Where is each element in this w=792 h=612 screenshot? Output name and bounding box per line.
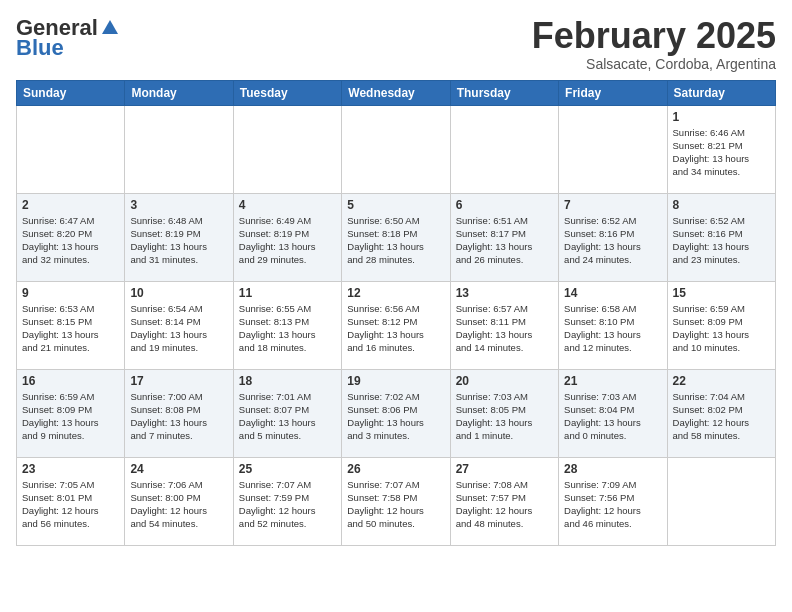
- calendar-cell: [125, 105, 233, 193]
- day-info: Sunrise: 6:47 AM Sunset: 8:20 PM Dayligh…: [22, 214, 119, 267]
- calendar-cell: 22Sunrise: 7:04 AM Sunset: 8:02 PM Dayli…: [667, 369, 775, 457]
- day-info: Sunrise: 6:55 AM Sunset: 8:13 PM Dayligh…: [239, 302, 336, 355]
- calendar-cell: 4Sunrise: 6:49 AM Sunset: 8:19 PM Daylig…: [233, 193, 341, 281]
- calendar-cell: 28Sunrise: 7:09 AM Sunset: 7:56 PM Dayli…: [559, 457, 667, 545]
- calendar-cell: 23Sunrise: 7:05 AM Sunset: 8:01 PM Dayli…: [17, 457, 125, 545]
- calendar-week-row: 16Sunrise: 6:59 AM Sunset: 8:09 PM Dayli…: [17, 369, 776, 457]
- day-number: 13: [456, 286, 553, 300]
- calendar-week-row: 2Sunrise: 6:47 AM Sunset: 8:20 PM Daylig…: [17, 193, 776, 281]
- column-header-saturday: Saturday: [667, 80, 775, 105]
- calendar-cell: 16Sunrise: 6:59 AM Sunset: 8:09 PM Dayli…: [17, 369, 125, 457]
- calendar-cell: 9Sunrise: 6:53 AM Sunset: 8:15 PM Daylig…: [17, 281, 125, 369]
- calendar-cell: 26Sunrise: 7:07 AM Sunset: 7:58 PM Dayli…: [342, 457, 450, 545]
- day-number: 23: [22, 462, 119, 476]
- day-number: 26: [347, 462, 444, 476]
- day-number: 3: [130, 198, 227, 212]
- column-header-tuesday: Tuesday: [233, 80, 341, 105]
- month-title: February 2025: [532, 16, 776, 56]
- day-info: Sunrise: 6:50 AM Sunset: 8:18 PM Dayligh…: [347, 214, 444, 267]
- day-number: 2: [22, 198, 119, 212]
- calendar-header-row: SundayMondayTuesdayWednesdayThursdayFrid…: [17, 80, 776, 105]
- calendar-cell: 12Sunrise: 6:56 AM Sunset: 8:12 PM Dayli…: [342, 281, 450, 369]
- day-number: 10: [130, 286, 227, 300]
- day-number: 17: [130, 374, 227, 388]
- day-info: Sunrise: 6:59 AM Sunset: 8:09 PM Dayligh…: [673, 302, 770, 355]
- calendar-cell: 7Sunrise: 6:52 AM Sunset: 8:16 PM Daylig…: [559, 193, 667, 281]
- day-info: Sunrise: 7:05 AM Sunset: 8:01 PM Dayligh…: [22, 478, 119, 531]
- day-info: Sunrise: 7:02 AM Sunset: 8:06 PM Dayligh…: [347, 390, 444, 443]
- day-info: Sunrise: 7:04 AM Sunset: 8:02 PM Dayligh…: [673, 390, 770, 443]
- calendar-cell: 17Sunrise: 7:00 AM Sunset: 8:08 PM Dayli…: [125, 369, 233, 457]
- calendar-cell: 15Sunrise: 6:59 AM Sunset: 8:09 PM Dayli…: [667, 281, 775, 369]
- day-number: 20: [456, 374, 553, 388]
- column-header-sunday: Sunday: [17, 80, 125, 105]
- page-header: General Blue February 2025 Salsacate, Co…: [16, 16, 776, 72]
- calendar-week-row: 1Sunrise: 6:46 AM Sunset: 8:21 PM Daylig…: [17, 105, 776, 193]
- day-info: Sunrise: 6:53 AM Sunset: 8:15 PM Dayligh…: [22, 302, 119, 355]
- day-number: 14: [564, 286, 661, 300]
- calendar-cell: 5Sunrise: 6:50 AM Sunset: 8:18 PM Daylig…: [342, 193, 450, 281]
- day-number: 24: [130, 462, 227, 476]
- column-header-thursday: Thursday: [450, 80, 558, 105]
- day-info: Sunrise: 6:57 AM Sunset: 8:11 PM Dayligh…: [456, 302, 553, 355]
- day-number: 27: [456, 462, 553, 476]
- calendar-cell: 24Sunrise: 7:06 AM Sunset: 8:00 PM Dayli…: [125, 457, 233, 545]
- calendar-cell: 6Sunrise: 6:51 AM Sunset: 8:17 PM Daylig…: [450, 193, 558, 281]
- day-number: 7: [564, 198, 661, 212]
- logo: General Blue: [16, 16, 120, 60]
- calendar-week-row: 9Sunrise: 6:53 AM Sunset: 8:15 PM Daylig…: [17, 281, 776, 369]
- calendar-cell: 20Sunrise: 7:03 AM Sunset: 8:05 PM Dayli…: [450, 369, 558, 457]
- column-header-wednesday: Wednesday: [342, 80, 450, 105]
- day-info: Sunrise: 6:52 AM Sunset: 8:16 PM Dayligh…: [673, 214, 770, 267]
- day-info: Sunrise: 7:01 AM Sunset: 8:07 PM Dayligh…: [239, 390, 336, 443]
- day-info: Sunrise: 7:03 AM Sunset: 8:04 PM Dayligh…: [564, 390, 661, 443]
- logo-blue-text: Blue: [16, 36, 64, 60]
- logo-icon: [100, 18, 120, 38]
- calendar-table: SundayMondayTuesdayWednesdayThursdayFrid…: [16, 80, 776, 546]
- day-number: 11: [239, 286, 336, 300]
- day-number: 8: [673, 198, 770, 212]
- day-number: 22: [673, 374, 770, 388]
- title-block: February 2025 Salsacate, Cordoba, Argent…: [532, 16, 776, 72]
- day-info: Sunrise: 6:56 AM Sunset: 8:12 PM Dayligh…: [347, 302, 444, 355]
- calendar-cell: 14Sunrise: 6:58 AM Sunset: 8:10 PM Dayli…: [559, 281, 667, 369]
- day-info: Sunrise: 6:49 AM Sunset: 8:19 PM Dayligh…: [239, 214, 336, 267]
- column-header-monday: Monday: [125, 80, 233, 105]
- calendar-cell: [233, 105, 341, 193]
- calendar-cell: [559, 105, 667, 193]
- day-info: Sunrise: 7:08 AM Sunset: 7:57 PM Dayligh…: [456, 478, 553, 531]
- calendar-cell: [17, 105, 125, 193]
- day-info: Sunrise: 6:54 AM Sunset: 8:14 PM Dayligh…: [130, 302, 227, 355]
- day-number: 25: [239, 462, 336, 476]
- day-number: 21: [564, 374, 661, 388]
- calendar-cell: [667, 457, 775, 545]
- calendar-cell: 18Sunrise: 7:01 AM Sunset: 8:07 PM Dayli…: [233, 369, 341, 457]
- calendar-cell: 11Sunrise: 6:55 AM Sunset: 8:13 PM Dayli…: [233, 281, 341, 369]
- calendar-cell: [450, 105, 558, 193]
- day-info: Sunrise: 7:00 AM Sunset: 8:08 PM Dayligh…: [130, 390, 227, 443]
- day-info: Sunrise: 7:06 AM Sunset: 8:00 PM Dayligh…: [130, 478, 227, 531]
- day-number: 1: [673, 110, 770, 124]
- day-number: 5: [347, 198, 444, 212]
- calendar-week-row: 23Sunrise: 7:05 AM Sunset: 8:01 PM Dayli…: [17, 457, 776, 545]
- calendar-cell: 8Sunrise: 6:52 AM Sunset: 8:16 PM Daylig…: [667, 193, 775, 281]
- day-info: Sunrise: 6:58 AM Sunset: 8:10 PM Dayligh…: [564, 302, 661, 355]
- day-number: 15: [673, 286, 770, 300]
- location-subtitle: Salsacate, Cordoba, Argentina: [532, 56, 776, 72]
- calendar-cell: 3Sunrise: 6:48 AM Sunset: 8:19 PM Daylig…: [125, 193, 233, 281]
- day-info: Sunrise: 7:07 AM Sunset: 7:58 PM Dayligh…: [347, 478, 444, 531]
- calendar-cell: 25Sunrise: 7:07 AM Sunset: 7:59 PM Dayli…: [233, 457, 341, 545]
- day-info: Sunrise: 7:07 AM Sunset: 7:59 PM Dayligh…: [239, 478, 336, 531]
- day-info: Sunrise: 6:48 AM Sunset: 8:19 PM Dayligh…: [130, 214, 227, 267]
- calendar-cell: 27Sunrise: 7:08 AM Sunset: 7:57 PM Dayli…: [450, 457, 558, 545]
- calendar-cell: 13Sunrise: 6:57 AM Sunset: 8:11 PM Dayli…: [450, 281, 558, 369]
- day-number: 19: [347, 374, 444, 388]
- day-info: Sunrise: 6:52 AM Sunset: 8:16 PM Dayligh…: [564, 214, 661, 267]
- calendar-cell: 21Sunrise: 7:03 AM Sunset: 8:04 PM Dayli…: [559, 369, 667, 457]
- day-number: 4: [239, 198, 336, 212]
- column-header-friday: Friday: [559, 80, 667, 105]
- calendar-cell: 19Sunrise: 7:02 AM Sunset: 8:06 PM Dayli…: [342, 369, 450, 457]
- day-number: 9: [22, 286, 119, 300]
- day-info: Sunrise: 6:59 AM Sunset: 8:09 PM Dayligh…: [22, 390, 119, 443]
- day-number: 28: [564, 462, 661, 476]
